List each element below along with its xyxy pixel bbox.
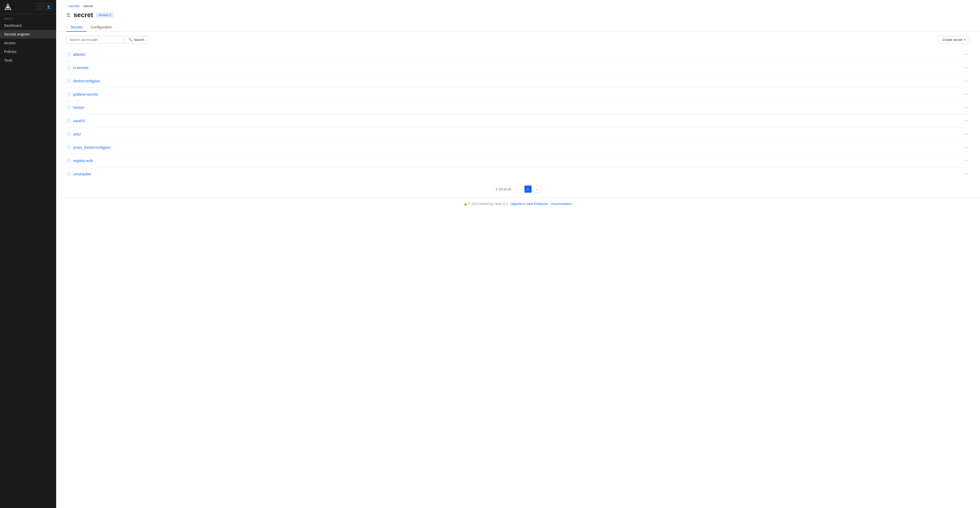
file-icon: 📄 xyxy=(66,105,71,110)
secret-menu-button[interactable]: ⋯ xyxy=(963,118,970,124)
breadcrumb-current: secret xyxy=(84,4,93,8)
search-button-label: Search xyxy=(134,38,144,42)
secret-item-ci-secrets: 📄ci-secrets⋯ xyxy=(66,61,970,74)
secret-name-link[interactable]: dockerconfigjson xyxy=(73,79,100,83)
sidebar-header-icons: ⬚ 👤 xyxy=(36,3,52,11)
sidebar: ⬚ 👤 Vault Dashboard Secrets engines Acce… xyxy=(0,0,56,508)
secret-menu-button[interactable]: ⋯ xyxy=(963,104,970,110)
file-icon: 📄 xyxy=(66,119,71,123)
page-header: ☰ secret Version 2 xyxy=(56,8,980,19)
pagination-info: 1–10 of 10 xyxy=(495,187,511,191)
sidebar-section-label: Vault xyxy=(0,14,56,21)
breadcrumb-separator: ‹ xyxy=(81,4,82,8)
pagination-next-button[interactable]: › xyxy=(534,185,541,193)
file-icon: 📄 xyxy=(66,53,71,56)
main-content: ‹ secrets ‹ secret ☰ secret Version 2 Se… xyxy=(56,0,980,508)
file-icon: 📄 xyxy=(66,92,71,96)
footer-copyright: © 2024 HashiCorp xyxy=(469,202,494,206)
sidebar-item-policies-label: Policies xyxy=(4,50,16,54)
secret-item-left: 📄oauth2/ xyxy=(66,119,85,123)
secret-menu-button[interactable]: ⋯ xyxy=(963,91,970,97)
secret-name-link[interactable]: ci-secrets xyxy=(73,65,89,70)
pagination: 1–10 of 10 ‹ 1 › xyxy=(56,181,980,198)
sidebar-item-dashboard[interactable]: Dashboard xyxy=(0,21,56,30)
secrets-list: 📄atlantis/⋯📄ci-secrets⋯📄dockerconfigjson… xyxy=(56,48,980,181)
page-title: secret xyxy=(73,11,93,19)
file-icon: 📄 xyxy=(66,172,71,176)
tab-configuration[interactable]: Configuration xyxy=(86,23,116,32)
footer-version: Vault 15.1 xyxy=(495,202,508,206)
sidebar-item-policies[interactable]: Policies › xyxy=(0,47,56,56)
vault-logo-icon xyxy=(4,3,12,11)
secret-name-link[interactable]: oidc/ xyxy=(73,132,81,136)
footer-lock-icon: 🔒 xyxy=(464,202,468,206)
vault-logo xyxy=(4,3,12,11)
user-icon-button[interactable]: 👤 xyxy=(45,3,52,11)
chevron-right-icon: › xyxy=(51,50,52,53)
secret-item-grafana-secrets: 📄grafana-secrets⋯ xyxy=(66,88,970,101)
secret-item-left: 📄sonarqube/ xyxy=(66,172,91,176)
secret-name-link[interactable]: registry-auth xyxy=(73,159,93,163)
secret-item-oidc: 📄oidc/⋯ xyxy=(66,128,970,141)
secret-item-oauth2: 📄oauth2/⋯ xyxy=(66,114,970,128)
breadcrumb-secrets-link[interactable]: secrets xyxy=(69,4,80,8)
secret-item-left: 📄registry-auth xyxy=(66,159,93,163)
secret-menu-button[interactable]: ⋯ xyxy=(963,158,970,163)
secret-menu-button[interactable]: ⋯ xyxy=(963,131,970,137)
secret-item-harbor: 📄harbor/⋯ xyxy=(66,101,970,114)
secret-menu-button[interactable]: ⋯ xyxy=(963,171,970,177)
secret-menu-button[interactable]: ⋯ xyxy=(963,51,970,57)
sidebar-item-access[interactable]: Access › xyxy=(0,38,56,47)
list-icon: ☰ xyxy=(66,12,70,18)
secret-name-link[interactable]: harbor/ xyxy=(73,105,84,110)
breadcrumb-back-icon: ‹ xyxy=(66,4,67,8)
create-secret-label: Create secret xyxy=(942,38,962,42)
secret-item-proxy_dockerconfigjson: 📄proxy_dockerconfigjson⋯ xyxy=(66,141,970,154)
secret-item-left: 📄proxy_dockerconfigjson xyxy=(66,145,111,150)
secret-name-link[interactable]: grafana-secrets xyxy=(73,92,98,96)
sidebar-item-access-label: Access xyxy=(4,41,16,45)
footer: 🔒 © 2024 HashiCorp Vault 15.1 Upgrade to… xyxy=(56,198,980,210)
tabs: Secrets Configuration xyxy=(56,19,980,32)
footer-docs-link[interactable]: Documentation xyxy=(551,202,572,206)
file-icon: 📄 xyxy=(66,159,71,163)
secret-item-left: 📄harbor/ xyxy=(66,105,84,110)
search-icon: 🔍 xyxy=(128,38,132,42)
search-area: 🔍 Search xyxy=(66,36,148,44)
pagination-page-1-button[interactable]: 1 xyxy=(525,185,531,193)
sidebar-item-secrets-engines[interactable]: Secrets engines xyxy=(0,30,56,38)
sidebar-item-tools[interactable]: Tools › xyxy=(0,56,56,65)
pagination-prev-button[interactable]: ‹ xyxy=(515,185,522,193)
search-button[interactable]: 🔍 Search xyxy=(124,36,148,44)
secret-name-link[interactable]: proxy_dockerconfigjson xyxy=(73,145,111,150)
secret-menu-button[interactable]: ⋯ xyxy=(963,78,970,84)
footer-upgrade-link[interactable]: Upgrade to Vault Enterprise xyxy=(511,202,548,206)
secret-item-atlantis: 📄atlantis/⋯ xyxy=(66,48,970,61)
file-icon: 📄 xyxy=(66,79,71,83)
secret-item-left: 📄ci-secrets xyxy=(66,65,89,70)
create-secret-button[interactable]: Create secret + xyxy=(938,36,970,44)
sidebar-item-secrets-engines-label: Secrets engines xyxy=(4,32,30,36)
secret-item-left: 📄atlantis/ xyxy=(66,53,86,56)
search-input[interactable] xyxy=(66,36,123,44)
toolbar: 🔍 Search Create secret + xyxy=(56,32,980,48)
secret-name-link[interactable]: sonarqube/ xyxy=(73,172,91,176)
terminal-icon-button[interactable]: ⬚ xyxy=(36,3,43,11)
plus-icon: + xyxy=(963,38,966,42)
secret-item-left: 📄grafana-secrets xyxy=(66,92,98,96)
file-icon: 📄 xyxy=(66,145,71,150)
secret-item-dockerconfigjson: 📄dockerconfigjson⋯ xyxy=(66,74,970,88)
secret-menu-button[interactable]: ⋯ xyxy=(963,144,970,150)
secret-name-link[interactable]: oauth2/ xyxy=(73,119,85,123)
secret-item-left: 📄dockerconfigjson xyxy=(66,79,100,83)
sidebar-item-tools-label: Tools xyxy=(4,58,13,62)
secret-menu-button[interactable]: ⋯ xyxy=(963,65,970,70)
secret-item-registry-auth: 📄registry-auth⋯ xyxy=(66,154,970,168)
secret-name-link[interactable]: atlantis/ xyxy=(73,53,86,56)
secret-item-left: 📄oidc/ xyxy=(66,132,81,136)
secret-item-sonarqube: 📄sonarqube/⋯ xyxy=(66,168,970,181)
breadcrumb: ‹ secrets ‹ secret xyxy=(56,0,980,8)
sidebar-item-dashboard-label: Dashboard xyxy=(4,24,22,27)
tab-secrets[interactable]: Secrets xyxy=(66,23,86,32)
chevron-right-icon: › xyxy=(51,59,52,62)
